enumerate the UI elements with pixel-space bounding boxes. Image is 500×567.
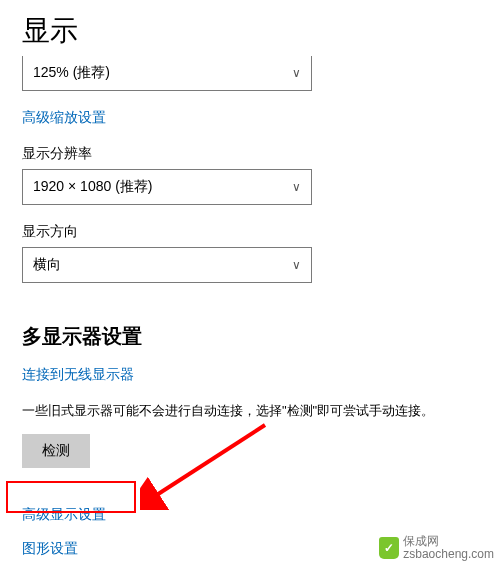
resolution-dropdown[interactable]: 1920 × 1080 (推荐) ∨ (22, 169, 312, 205)
resolution-dropdown-value: 1920 × 1080 (推荐) (33, 178, 152, 196)
chevron-down-icon: ∨ (292, 66, 301, 80)
advanced-scale-link[interactable]: 高级缩放设置 (22, 109, 106, 127)
scale-dropdown[interactable]: 125% (推荐) ∨ (22, 56, 312, 91)
scale-dropdown-value: 125% (推荐) (33, 64, 110, 82)
multi-display-desc: 一些旧式显示器可能不会进行自动连接，选择"检测"即可尝试手动连接。 (22, 402, 478, 420)
chevron-down-icon: ∨ (292, 180, 301, 194)
watermark-url: zsbaocheng.com (403, 548, 494, 561)
orientation-label: 显示方向 (22, 223, 478, 241)
page-title: 显示 (22, 12, 478, 50)
orientation-dropdown[interactable]: 横向 ∨ (22, 247, 312, 283)
multi-display-heading: 多显示器设置 (22, 323, 478, 350)
resolution-label: 显示分辨率 (22, 145, 478, 163)
watermark: ✓ 保成网 zsbaocheng.com (379, 535, 494, 561)
advanced-display-link[interactable]: 高级显示设置 (22, 506, 106, 524)
chevron-down-icon: ∨ (292, 258, 301, 272)
graphics-settings-link[interactable]: 图形设置 (22, 540, 78, 558)
wireless-display-link[interactable]: 连接到无线显示器 (22, 366, 134, 384)
shield-icon: ✓ (379, 537, 399, 559)
svg-line-1 (152, 425, 265, 498)
arrow-annotation (140, 420, 270, 510)
watermark-title: 保成网 (403, 535, 494, 548)
detect-button[interactable]: 检测 (22, 434, 90, 468)
orientation-dropdown-value: 横向 (33, 256, 61, 274)
